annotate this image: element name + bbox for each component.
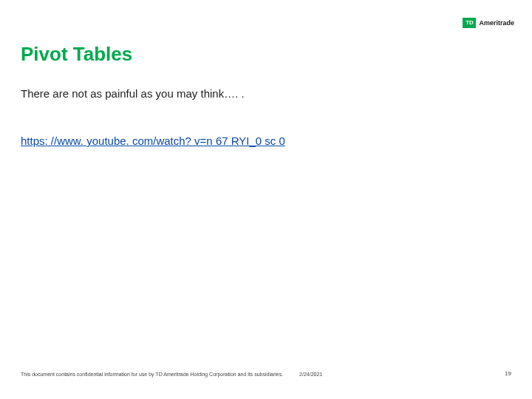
slide: TD Ameritrade Pivot Tables There are not… <box>0 0 532 399</box>
youtube-link[interactable]: https: //www. youtube. com/watch? v=n 67… <box>21 134 285 147</box>
td-logo-icon: TD <box>463 18 476 28</box>
body-text: There are not as painful as you may thin… <box>21 87 245 100</box>
td-logo-mark: TD <box>466 20 474 26</box>
footer-left: This document contains confidential info… <box>21 372 322 377</box>
brand-name: Ameritrade <box>479 19 514 27</box>
brand-logo: TD Ameritrade <box>463 18 514 28</box>
footer-page-number: 19 <box>505 370 511 377</box>
footer-date: 2/24/2021 <box>299 372 322 377</box>
footer-confidentiality: This document contains confidential info… <box>21 372 283 377</box>
page-title: Pivot Tables <box>21 43 132 66</box>
